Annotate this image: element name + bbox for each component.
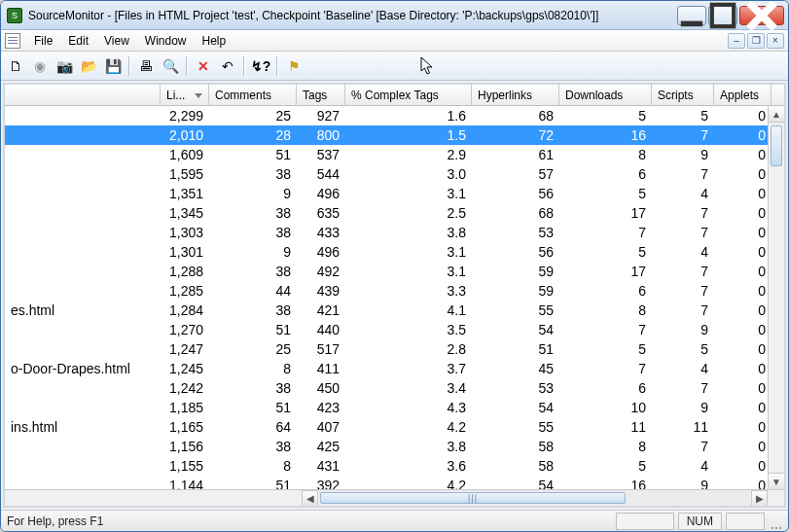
table-row[interactable]: 1,595385443.057670 (5, 164, 784, 184)
h-scroll-thumb[interactable]: ||| (320, 492, 626, 504)
delete-button[interactable]: ✕ (193, 55, 214, 77)
table-row[interactable]: 1,35194963.156540 (5, 184, 784, 203)
table-row[interactable]: 1,288384923.1591770 (5, 262, 784, 281)
title-bar[interactable]: S SourceMonitor - [Files in HTML Project… (1, 1, 788, 30)
cell-comments: 38 (209, 166, 297, 182)
cell-hyp: 57 (472, 166, 559, 182)
scroll-left-button[interactable]: ◀ (302, 490, 318, 507)
cell-app: 0 (714, 361, 771, 376)
menu-edit[interactable]: Edit (60, 32, 96, 50)
table-row[interactable]: 1,156384253.858870 (5, 437, 784, 456)
mdi-restore-button[interactable]: ❐ (747, 33, 765, 49)
new-button[interactable]: 🗋 (5, 55, 26, 77)
cell-lines: 1,165 (161, 419, 209, 435)
minimize-button[interactable] (677, 6, 706, 25)
cell-tags: 927 (297, 108, 345, 124)
cell-comments: 25 (209, 108, 297, 124)
cell-tags: 450 (297, 380, 345, 396)
cell-app: 0 (714, 264, 771, 279)
table-row[interactable]: 1,247255172.851550 (5, 339, 784, 359)
cell-app: 0 (714, 400, 771, 415)
camera-button[interactable]: 📷 (54, 55, 75, 77)
cell-down: 5 (559, 186, 652, 201)
scroll-up-button[interactable]: ▲ (769, 106, 784, 123)
cell-app: 0 (714, 166, 771, 182)
col-header-comments[interactable]: Comments (209, 85, 297, 105)
scroll-down-button[interactable]: ▼ (769, 473, 784, 489)
table-row[interactable]: 1,345386352.5681770 (5, 203, 784, 223)
menu-view[interactable]: View (96, 32, 137, 50)
table-row[interactable]: o-Door-Drapes.html1,24584113.745740 (5, 359, 784, 378)
cell-scr: 5 (652, 108, 714, 124)
grid-body: 2,299259271.6685502,010288001.57216701,6… (5, 106, 784, 489)
cell-app: 0 (714, 341, 771, 357)
table-row[interactable]: ins.html1,165644074.25511110 (5, 417, 784, 437)
menu-window[interactable]: Window (137, 32, 195, 50)
table-row[interactable]: es.html1,284384214.155870 (5, 301, 784, 320)
cell-down: 17 (559, 264, 652, 279)
save-button[interactable]: 💾 (102, 55, 124, 77)
close-button[interactable] (739, 6, 784, 25)
col-header-scripts[interactable]: Scripts (652, 85, 714, 105)
cell-down: 8 (559, 147, 652, 162)
cell-tags: 496 (297, 186, 345, 201)
cell-down: 7 (559, 361, 652, 376)
cell-pct: 4.2 (345, 478, 472, 489)
snapshot-button[interactable]: ◉ (29, 55, 51, 77)
help-button[interactable]: ↯? (250, 55, 271, 77)
cell-app: 0 (714, 108, 771, 124)
maximize-button[interactable] (708, 6, 737, 25)
cell-down: 5 (559, 458, 652, 474)
cell-app: 0 (714, 127, 771, 143)
flag-icon: ⚑ (288, 58, 301, 74)
cell-tags: 439 (297, 283, 345, 299)
cell-scr: 9 (652, 322, 714, 337)
cell-app: 0 (714, 419, 771, 435)
table-row[interactable]: 2,299259271.668550 (5, 106, 784, 125)
table-row[interactable]: 1,242384503.453670 (5, 378, 784, 398)
open-icon: 📂 (81, 58, 97, 74)
mdi-close-button[interactable]: × (767, 33, 784, 49)
col-header-hyperlinks[interactable]: Hyperlinks (472, 85, 559, 105)
table-row[interactable]: 1,303384333.853770 (5, 223, 784, 242)
cell-comments: 38 (209, 439, 297, 454)
menu-help[interactable]: Help (195, 32, 234, 50)
cell-pct: 3.6 (345, 458, 472, 474)
resize-grip-icon[interactable] (765, 513, 782, 530)
cell-hyp: 53 (472, 380, 559, 396)
undo-button[interactable]: ↶ (217, 55, 238, 77)
table-row[interactable]: 1,185514234.3541090 (5, 398, 784, 417)
cell-scr: 7 (652, 302, 714, 318)
col-header-name[interactable] (5, 85, 161, 105)
cell-app: 0 (714, 478, 771, 489)
scroll-right-button[interactable]: ▶ (751, 490, 768, 507)
table-row[interactable]: 2,010288001.5721670 (5, 125, 784, 145)
flag-button[interactable]: ⚑ (283, 55, 305, 77)
col-header-lines[interactable]: Li... (161, 85, 209, 105)
cell-comments: 51 (209, 322, 297, 337)
col-header-downloads[interactable]: Downloads (559, 85, 652, 105)
horizontal-scrollbar[interactable]: ◀ ||| ▶ (5, 489, 784, 506)
table-row[interactable]: 1,15584313.658540 (5, 456, 784, 476)
menu-file[interactable]: File (26, 32, 60, 50)
scroll-thumb[interactable] (771, 125, 782, 166)
table-row[interactable]: 1,285444393.359670 (5, 281, 784, 301)
col-header-applets[interactable]: Applets (714, 85, 771, 105)
cell-hyp: 53 (472, 225, 559, 240)
mdi-minimize-button[interactable]: – (728, 33, 745, 49)
cell-comments: 38 (209, 380, 297, 396)
table-row[interactable]: 1,30194963.156540 (5, 242, 784, 262)
table-row[interactable]: 1,144513924.2541690 (5, 476, 784, 489)
col-header-tags[interactable]: Tags (297, 85, 345, 105)
vertical-scrollbar[interactable]: ▲ ▼ (768, 106, 784, 489)
col-header-complex[interactable]: % Complex Tags (345, 85, 472, 105)
cell-pct: 2.8 (345, 341, 472, 357)
table-row[interactable]: 1,270514403.554790 (5, 320, 784, 339)
table-row[interactable]: 1,609515372.961890 (5, 145, 784, 164)
open-button[interactable]: 📂 (78, 55, 99, 77)
print-button[interactable]: 🖶 (135, 55, 157, 77)
cell-tags: 496 (297, 244, 345, 260)
cell-pct: 3.4 (345, 380, 472, 396)
svg-rect-1 (712, 4, 734, 25)
preview-button[interactable]: 🔍 (160, 55, 181, 77)
